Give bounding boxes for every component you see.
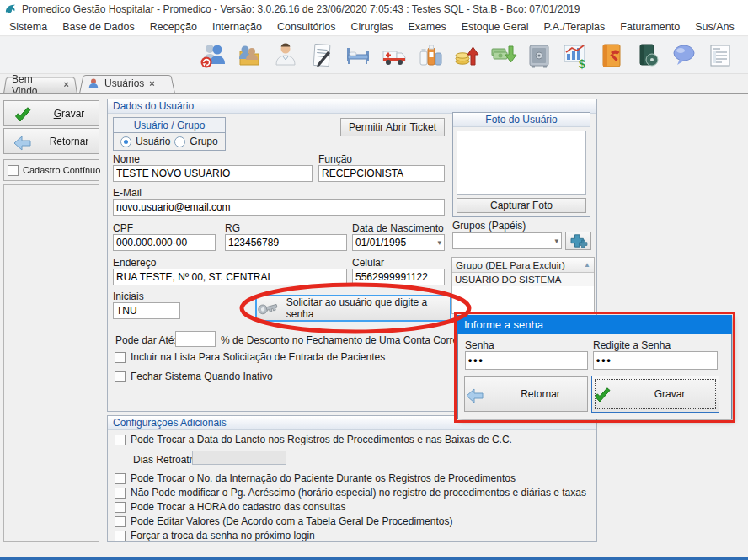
desconto-prefix-label: Pode dar Até: — [115, 334, 177, 346]
permitir-abrir-ticket-button[interactable]: Permitir Abrir Ticket — [340, 118, 445, 136]
capturar-foto-button[interactable]: Capturar Foto — [457, 198, 586, 213]
key-icon — [255, 298, 280, 318]
menu-item-base-de-dados[interactable]: Base de Dados — [55, 19, 142, 35]
cpf-label: CPF — [113, 222, 133, 234]
dialog-gravar-button[interactable]: Gravar — [591, 376, 719, 413]
nome-label: Nome — [113, 153, 140, 165]
cpf-field[interactable] — [113, 234, 216, 251]
checkbox-label: Fechar Sistema Quando Inativo — [131, 371, 273, 382]
checkbox-nao-pode-modificar-pg[interactable]: Não Pode modificar o Pg. Acréscimo (horá… — [115, 486, 586, 499]
pharmacy-icon[interactable] — [416, 41, 445, 70]
safe-icon[interactable] — [525, 41, 553, 70]
tab-usuarios[interactable]: Usuários × — [79, 73, 175, 93]
checkbox-box — [115, 531, 126, 541]
money-out-icon[interactable] — [489, 41, 517, 70]
data-nascimento-dropdown[interactable]: 01/01/1995 ▾ — [352, 234, 445, 251]
endereco-label: Endereço — [113, 257, 156, 269]
radio-grupo-label: Grupo — [190, 136, 217, 147]
solicitar-senha-button[interactable]: Solicitar ao usuário que digite a senha — [255, 295, 451, 322]
sort-ascending-icon: ▲ — [584, 261, 590, 269]
gravar-button[interactable]: Gravar — [3, 100, 99, 126]
checkbox-editar-valores[interactable]: Pode Editar Valores (De Acordo com a Tab… — [115, 515, 452, 528]
grupo-list-row[interactable]: USUÁRIO DO SISTEMA — [452, 273, 594, 286]
rg-field[interactable] — [225, 234, 347, 251]
checkbox-fechar-sistema-inativo[interactable]: Fechar Sistema Quando Inativo — [115, 370, 273, 383]
menu-item-estoque-geral[interactable]: Estoque Geral — [454, 19, 537, 35]
endereco-field[interactable] — [113, 269, 347, 285]
tab-label: Usuários — [104, 77, 144, 89]
senha-field[interactable] — [465, 351, 588, 370]
checkbox-box — [115, 371, 126, 382]
report-icon[interactable] — [706, 41, 735, 70]
desconto-field[interactable] — [175, 331, 216, 347]
menu-item-pa-terapias[interactable]: P.A./Terapias — [537, 19, 613, 35]
checkbox-forcar-troca-senha[interactable]: Forçar a troca da senha no próximo login — [115, 529, 315, 542]
menu-item-internacao[interactable]: Internação — [205, 19, 270, 35]
menu-item-caixa[interactable]: Caixa — [742, 19, 748, 35]
retornar-label: Retornar — [40, 136, 99, 147]
usuario-grupo-radios: Usuário Grupo — [113, 133, 226, 151]
data-nascimento-label: Data de Nascimento — [352, 222, 444, 234]
title-bar: Promedico Gestão Hospitalar - Promedico … — [0, 0, 748, 18]
chat-icon[interactable] — [670, 41, 698, 70]
checkbox-trocar-no-internacao[interactable]: Pode Trocar o No. da Internação do Pacie… — [115, 472, 516, 485]
usuario-grupo-box-title: Usuário / Grupo — [113, 117, 226, 133]
menu-bar: Sistema Base de Dados Recepção Internaçã… — [0, 18, 748, 36]
book-cd-icon[interactable] — [633, 41, 662, 70]
check-icon — [592, 386, 612, 403]
checkbox-label: Pode Editar Valores (De Acordo com a Tab… — [131, 515, 452, 527]
tab-bem-vindo[interactable]: Bem Vindo × — [3, 76, 77, 93]
redigite-senha-label: Redigite a Senha — [593, 339, 671, 351]
finance-chart-icon[interactable]: $ — [561, 41, 590, 70]
menu-item-sistema[interactable]: Sistema — [2, 19, 55, 35]
funcao-field[interactable] — [318, 165, 445, 182]
radio-usuario-label: Usuário — [136, 136, 170, 147]
users-folder-icon[interactable] — [235, 41, 264, 70]
prescription-icon[interactable] — [307, 41, 336, 70]
tab-close-icon[interactable]: × — [64, 80, 69, 89]
nome-field[interactable] — [113, 165, 313, 182]
back-arrow-icon — [465, 386, 485, 403]
menu-item-cirurgias[interactable]: Cirurgias — [344, 19, 401, 35]
checkbox-box — [8, 165, 19, 176]
users-sync-icon[interactable] — [199, 41, 227, 70]
checkbox-trocar-hora-consultas[interactable]: Pode Trocar a HORA do cadastro das consu… — [115, 500, 345, 514]
tab-close-icon[interactable]: × — [149, 79, 154, 88]
dialog-retornar-button[interactable]: Retornar — [464, 376, 588, 412]
dialog-gravar-label: Gravar — [621, 388, 719, 400]
chevron-down-icon: ▾ — [554, 237, 558, 245]
checkbox-label: Pode Trocar o No. da Internação do Pacie… — [131, 472, 516, 484]
phonebook-icon[interactable] — [597, 41, 626, 70]
money-in-icon[interactable] — [452, 41, 481, 70]
menu-item-recepcao[interactable]: Recepção — [142, 19, 205, 35]
email-field[interactable] — [113, 199, 445, 216]
checkbox-box — [115, 435, 126, 445]
cadastro-continuo-label: Cadastro Contínuo — [23, 165, 100, 175]
menu-item-sus-ans[interactable]: Sus/Ans — [687, 19, 742, 35]
checkbox-incluir-lista-pacientes[interactable]: Incluir na Lista Para Solicitação de Ent… — [115, 350, 385, 364]
add-grupo-button[interactable] — [565, 232, 591, 250]
iniciais-field[interactable] — [113, 302, 180, 319]
retornar-button[interactable]: Retornar — [3, 128, 99, 154]
grupo-list-header[interactable]: Grupo (DEL Para Excluir) ▲ — [452, 258, 594, 273]
radio-usuario[interactable] — [120, 136, 131, 147]
dias-retroativos-field — [192, 451, 286, 465]
data-nascimento-value: 01/01/1995 — [355, 237, 406, 248]
window-bottom-edge — [0, 557, 748, 560]
hospital-bed-icon[interactable] — [344, 41, 372, 70]
menu-item-consultorios[interactable]: Consultórios — [270, 19, 343, 35]
grupos-papeis-dropdown[interactable]: ▾ — [452, 232, 562, 249]
cadastro-continuo-checkbox[interactable]: Cadastro Contínuo — [3, 159, 99, 181]
celular-field[interactable] — [352, 269, 445, 285]
checkbox-label: Pode Trocar a HORA do cadastro das consu… — [131, 501, 345, 513]
toolbar: $ — [0, 37, 748, 74]
solicitar-senha-label: Solicitar ao usuário que digite a senha — [286, 296, 450, 320]
ambulance-icon[interactable] — [380, 41, 409, 70]
celular-label: Celular — [352, 257, 384, 269]
doctor-icon[interactable] — [271, 41, 300, 70]
menu-item-exames[interactable]: Exames — [401, 19, 454, 35]
checkbox-trocar-data-lancto[interactable]: Pode Trocar a Data do Lancto nos Registr… — [115, 433, 512, 446]
redigite-senha-field[interactable] — [593, 351, 718, 370]
radio-grupo[interactable] — [174, 136, 185, 147]
menu-item-faturamento[interactable]: Faturamento — [612, 19, 687, 35]
